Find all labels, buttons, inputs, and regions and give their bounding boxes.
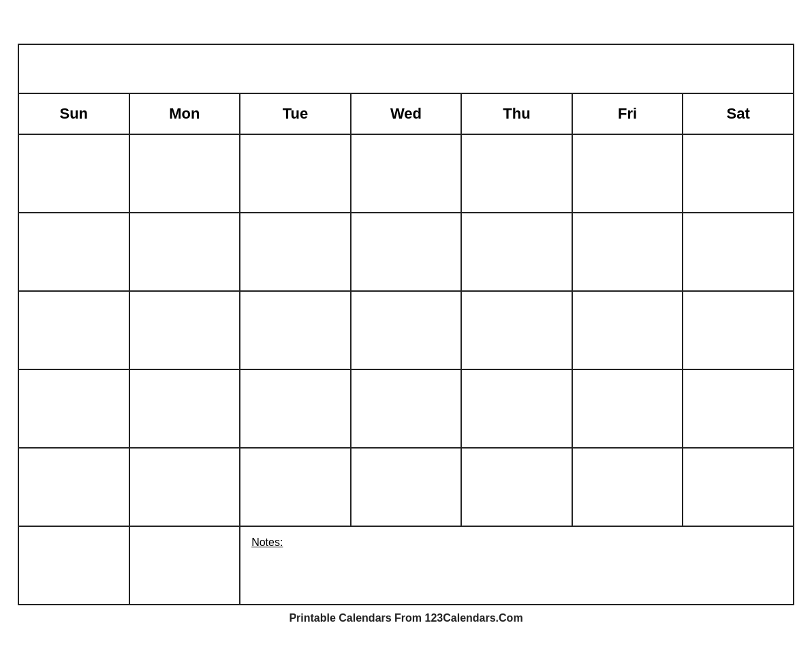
header-tue: Tue bbox=[240, 93, 351, 134]
week1-sat bbox=[683, 134, 794, 213]
header-thu: Thu bbox=[461, 93, 572, 134]
week5-fri bbox=[572, 448, 683, 526]
notes-label: Notes: bbox=[245, 531, 789, 554]
week3-sun bbox=[18, 291, 129, 369]
week3-thu bbox=[461, 291, 572, 369]
notes-row: Notes: bbox=[18, 526, 794, 605]
notes-cell: Notes: bbox=[240, 526, 794, 605]
week3-mon bbox=[129, 291, 240, 369]
week-row-4 bbox=[18, 369, 794, 448]
week2-sat bbox=[683, 213, 794, 291]
days-header-row: Sun Mon Tue Wed Thu Fri Sat bbox=[18, 93, 794, 134]
week3-sat bbox=[683, 291, 794, 369]
header-sun: Sun bbox=[18, 93, 129, 134]
week1-tue bbox=[240, 134, 351, 213]
week4-thu bbox=[461, 369, 572, 448]
week4-sun bbox=[18, 369, 129, 448]
week5-mon bbox=[129, 448, 240, 526]
week5-sat bbox=[683, 448, 794, 526]
week4-mon bbox=[129, 369, 240, 448]
notes-sun bbox=[18, 526, 129, 605]
title-row bbox=[18, 44, 794, 93]
footer: Printable Calendars From 123Calendars.Co… bbox=[18, 612, 794, 624]
footer-brand: 123Calendars.Com bbox=[425, 612, 523, 624]
footer-text: Printable Calendars From bbox=[289, 612, 424, 624]
week1-sun bbox=[18, 134, 129, 213]
week4-sat bbox=[683, 369, 794, 448]
week2-fri bbox=[572, 213, 683, 291]
header-sat: Sat bbox=[683, 93, 794, 134]
week1-mon bbox=[129, 134, 240, 213]
week4-wed bbox=[351, 369, 462, 448]
week3-tue bbox=[240, 291, 351, 369]
week-row-5 bbox=[18, 448, 794, 526]
header-mon: Mon bbox=[129, 93, 240, 134]
calendar-title-cell bbox=[18, 44, 794, 93]
week5-sun bbox=[18, 448, 129, 526]
week-row-1 bbox=[18, 134, 794, 213]
week-row-3 bbox=[18, 291, 794, 369]
week4-fri bbox=[572, 369, 683, 448]
week2-mon bbox=[129, 213, 240, 291]
calendar-table: Sun Mon Tue Wed Thu Fri Sat bbox=[18, 44, 794, 605]
header-wed: Wed bbox=[351, 93, 462, 134]
week2-tue bbox=[240, 213, 351, 291]
week5-tue bbox=[240, 448, 351, 526]
calendar-wrapper: Sun Mon Tue Wed Thu Fri Sat bbox=[18, 44, 794, 624]
week5-thu bbox=[461, 448, 572, 526]
week3-fri bbox=[572, 291, 683, 369]
week3-wed bbox=[351, 291, 462, 369]
week2-wed bbox=[351, 213, 462, 291]
week4-tue bbox=[240, 369, 351, 448]
header-fri: Fri bbox=[572, 93, 683, 134]
week1-thu bbox=[461, 134, 572, 213]
week2-sun bbox=[18, 213, 129, 291]
notes-mon bbox=[129, 526, 240, 605]
week1-wed bbox=[351, 134, 462, 213]
week-row-2 bbox=[18, 213, 794, 291]
week2-thu bbox=[461, 213, 572, 291]
week5-wed bbox=[351, 448, 462, 526]
week1-fri bbox=[572, 134, 683, 213]
